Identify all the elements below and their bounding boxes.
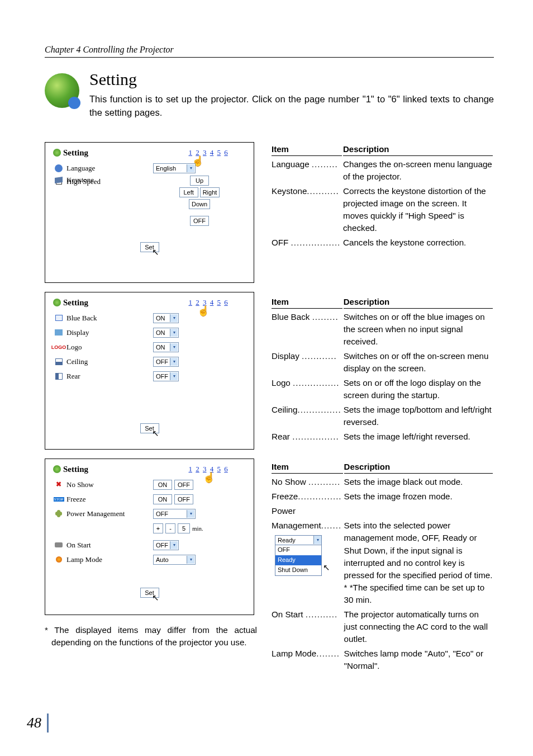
gear-icon	[53, 149, 61, 157]
page-link-2[interactable]: 2	[196, 148, 199, 157]
highspeed-label: High Speed	[66, 177, 153, 186]
page-link-3[interactable]: 3	[203, 298, 207, 306]
keystone-icon	[55, 177, 63, 183]
col-desc: Description	[343, 143, 493, 156]
col-desc: Description	[344, 296, 493, 309]
language-label: Language	[66, 164, 153, 173]
panel1-title: Setting	[63, 148, 88, 158]
rear-select[interactable]: OFF▾	[153, 371, 179, 381]
col-item: Item	[272, 461, 343, 474]
onstart-select[interactable]: OFF▾	[153, 540, 179, 550]
display-icon	[55, 329, 63, 336]
blueback-label: Blue Back	[66, 314, 153, 323]
freeze-on-button[interactable]: ON	[153, 494, 172, 504]
col-desc: Description	[344, 461, 493, 474]
power-icon	[57, 510, 60, 517]
pager: 1 2 3 4 5 6	[188, 298, 229, 307]
keystone-down-button[interactable]: Down	[189, 199, 210, 209]
description-table-1: Item Description Language .........Chang…	[270, 142, 494, 250]
noshow-off-button[interactable]: OFF	[174, 480, 193, 490]
setting-panel-1: Setting 1 2 3 4 5 6 ☝ Language Engli	[45, 142, 254, 283]
noshow-on-button[interactable]: ON	[153, 480, 172, 490]
caret-down-icon: ▾	[170, 343, 178, 351]
section-title: Setting	[89, 70, 494, 89]
col-item: Item	[272, 296, 342, 309]
logo-label: Logo	[66, 343, 153, 352]
logo-icon: LOGO	[51, 344, 66, 350]
page-link-4[interactable]: 4	[210, 465, 214, 473]
panel3-title: Setting	[63, 465, 88, 474]
page-link-6[interactable]: 6	[224, 298, 228, 306]
caret-down-icon: ▾	[170, 329, 178, 337]
caret-down-icon: ▾	[187, 556, 194, 564]
description-table-2: Item Description Blue Back .........Swit…	[270, 295, 494, 444]
onstart-label: On Start	[66, 541, 153, 550]
page-link-5[interactable]: 5	[217, 298, 221, 306]
freeze-off-button[interactable]: OFF	[174, 494, 193, 504]
keystone-off-button[interactable]: OFF	[190, 216, 209, 226]
page-link-5[interactable]: 5	[217, 465, 221, 473]
caret-down-icon: ▾	[187, 164, 194, 172]
page-link-1[interactable]: 1	[189, 465, 193, 473]
logo-select[interactable]: ON▾	[153, 342, 179, 352]
timer-input[interactable]: 5	[178, 523, 190, 533]
section-description: This function is to set up the projector…	[89, 92, 494, 120]
gear-icon	[53, 299, 61, 306]
caret-down-icon: ▾	[170, 372, 178, 380]
page-link-2[interactable]: 2	[196, 298, 199, 306]
noshow-label: No Show	[66, 480, 153, 489]
blueback-select[interactable]: ON▾	[153, 313, 179, 323]
lampmode-select[interactable]: Auto▾	[153, 555, 196, 565]
panel2-title: Setting	[63, 298, 88, 308]
timer-plus-button[interactable]: +	[153, 523, 163, 533]
page-link-3[interactable]: 3	[203, 148, 207, 157]
page-link-3[interactable]: 3	[203, 465, 207, 473]
display-select[interactable]: ON▾	[153, 328, 179, 338]
caret-down-icon: ▾	[170, 541, 178, 549]
setting-section-icon	[45, 73, 79, 108]
cursor-arrow-icon: ↖	[152, 428, 159, 438]
setting-panel-3: Setting 1 2 3 4 5 6 ☝ ✖ No Show ON OFF	[45, 459, 254, 615]
page-link-4[interactable]: 4	[210, 148, 214, 157]
freeze-label: Freeze	[66, 495, 153, 504]
page-number: 48	[27, 714, 49, 733]
keystone-right-button[interactable]: Right	[200, 187, 220, 197]
page-link-6[interactable]: 6	[224, 465, 228, 473]
page-link-6[interactable]: 6	[224, 148, 228, 157]
timer-unit-label: min.	[192, 525, 203, 532]
keystone-left-button[interactable]: Left	[179, 187, 198, 197]
cursor-arrow-icon: ↖	[152, 247, 159, 257]
rear-icon	[55, 373, 63, 380]
timer-minus-button[interactable]: -	[165, 523, 175, 533]
rear-label: Rear	[66, 372, 153, 381]
page-link-5[interactable]: 5	[217, 148, 221, 157]
caret-down-icon: ▾	[187, 510, 194, 518]
pager: 1 2 3 4 5 6	[188, 465, 229, 474]
chapter-header: Chapter 4 Controlling the Projector	[45, 45, 494, 58]
lampmode-label: Lamp Mode	[66, 555, 153, 564]
blueback-icon	[55, 315, 63, 321]
powermgmt-select[interactable]: OFF▾	[153, 509, 196, 519]
col-item: Item	[272, 143, 342, 156]
gear-icon	[53, 465, 61, 473]
lamp-icon	[56, 556, 62, 563]
language-icon	[55, 164, 63, 172]
pager: 1 2 3 4 5 6	[188, 148, 229, 157]
page-link-1[interactable]: 1	[189, 298, 193, 306]
page-link-2[interactable]: 2	[196, 465, 199, 473]
page-link-1[interactable]: 1	[189, 148, 193, 157]
ceiling-label: Ceiling	[66, 357, 153, 366]
powermgmt-dropdown-figure: Ready▾ OFF Ready Shut Down ↖	[275, 535, 322, 576]
keystone-up-button[interactable]: Up	[190, 176, 209, 186]
description-table-3: Item Description No Show ...........Sets…	[270, 460, 494, 673]
display-label: Display	[66, 328, 153, 337]
onstart-icon	[55, 542, 63, 547]
caret-down-icon: ▾	[170, 314, 178, 322]
caret-down-icon: ▾	[170, 358, 178, 366]
ceiling-select[interactable]: OFF▾	[153, 357, 179, 367]
caret-down-icon: ▾	[313, 536, 321, 544]
cursor-arrow-icon: ↖	[152, 593, 159, 603]
language-select[interactable]: English▾	[153, 163, 196, 173]
page-link-4[interactable]: 4	[210, 298, 214, 306]
noshow-icon: ✖	[56, 480, 61, 489]
